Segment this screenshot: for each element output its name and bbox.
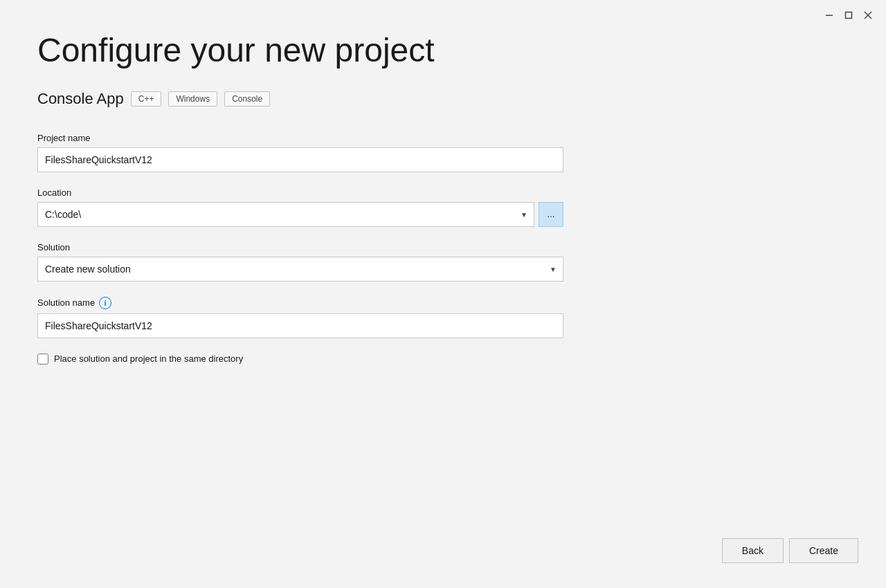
svg-rect-1 [846, 12, 852, 19]
tag-cpp: C++ [131, 91, 162, 107]
form-section: Project name Location C:\code\ ▼ ... Sol… [37, 133, 563, 365]
main-content: Configure your new project Console App C… [0, 0, 886, 395]
minimize-button[interactable] [820, 6, 839, 25]
project-name-group: Project name [37, 133, 563, 172]
info-icon: i [99, 297, 111, 309]
same-directory-checkbox-row: Place solution and project in the same d… [37, 353, 563, 365]
solution-name-label-row: Solution name i [37, 297, 563, 309]
project-name-input[interactable] [37, 147, 563, 172]
location-select-wrapper: C:\code\ ▼ [37, 202, 534, 227]
solution-label: Solution [37, 242, 563, 252]
create-button[interactable]: Create [789, 538, 858, 563]
browse-button[interactable]: ... [539, 202, 563, 227]
svg-rect-0 [826, 15, 833, 17]
project-type-name: Console App [37, 90, 124, 108]
location-group: Location C:\code\ ▼ ... [37, 187, 563, 227]
solution-name-label: Solution name [37, 297, 95, 308]
project-type-row: Console App C++ Windows Console [37, 90, 849, 108]
page-title: Configure your new project [37, 30, 849, 71]
same-directory-checkbox[interactable] [37, 353, 48, 365]
project-name-label: Project name [37, 133, 563, 143]
location-row: C:\code\ ▼ ... [37, 202, 563, 227]
solution-group: Solution Create new solutionAdd to solut… [37, 242, 563, 282]
maximize-button[interactable] [839, 6, 858, 25]
solution-select-wrapper: Create new solutionAdd to solution ▼ [37, 257, 563, 282]
solution-select[interactable]: Create new solutionAdd to solution [37, 257, 563, 282]
window-chrome [811, 0, 886, 30]
location-label: Location [37, 187, 563, 198]
location-select[interactable]: C:\code\ [37, 202, 534, 227]
tag-windows: Windows [168, 91, 217, 107]
same-directory-label[interactable]: Place solution and project in the same d… [54, 353, 243, 364]
tag-console: Console [224, 91, 270, 107]
back-button[interactable]: Back [722, 538, 784, 563]
footer-buttons: Back Create [722, 538, 858, 563]
solution-name-group: Solution name i [37, 297, 563, 338]
close-button[interactable] [858, 6, 878, 25]
solution-name-input[interactable] [37, 313, 563, 338]
